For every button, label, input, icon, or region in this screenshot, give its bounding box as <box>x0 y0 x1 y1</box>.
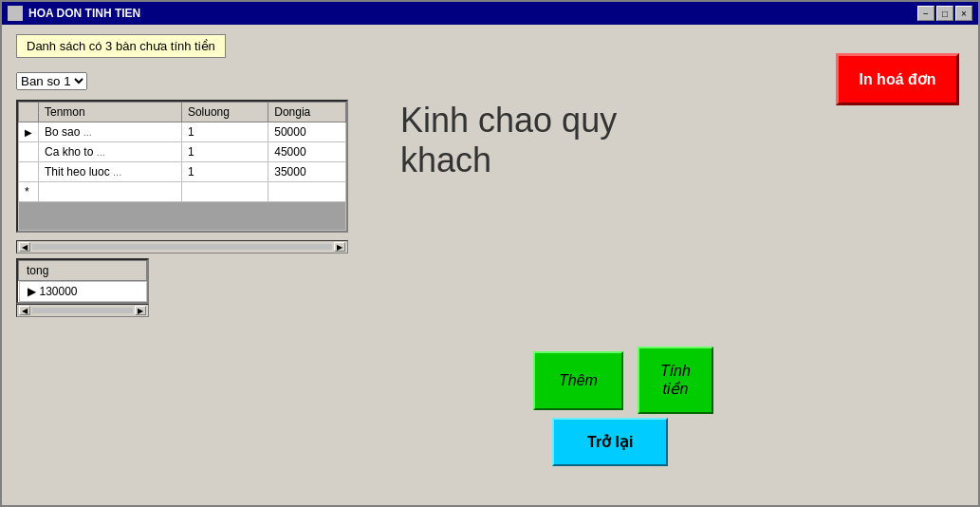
title-bar-buttons: − □ × <box>917 6 972 21</box>
total-row-cell: ▶ 130000 <box>19 281 147 302</box>
total-section: tong ▶ 130000 ◀ ▶ <box>16 258 149 317</box>
scroll-left-btn[interactable]: ◀ <box>19 242 30 252</box>
tinh-tien-button[interactable]: Tínhtiền <box>638 347 713 414</box>
row-indicator: ▶ <box>19 122 39 142</box>
total-row[interactable]: ▶ 130000 <box>19 281 147 303</box>
total-table: tong ▶ 130000 <box>18 260 147 302</box>
col-indicator <box>19 103 39 122</box>
cell-empty <box>39 182 182 202</box>
cell-dongia: 35000 <box>268 162 346 182</box>
col-dongia: Dongia <box>268 103 346 122</box>
them-button[interactable]: Thêm <box>533 351 623 410</box>
close-button[interactable]: × <box>955 6 972 21</box>
in-hoa-don-button[interactable]: In hoá đơn <box>836 53 959 105</box>
greeting-text: Kinh chao quykhach <box>400 101 617 180</box>
cell-soluong: 1 <box>181 142 268 162</box>
cell-dongia: 45000 <box>268 142 346 162</box>
cell-empty <box>268 182 346 202</box>
total-scroll-left[interactable]: ◀ <box>19 306 30 315</box>
maximize-button[interactable]: □ <box>936 6 953 21</box>
ban-so-dropdown[interactable]: Ban so 1 Ban so 2 Ban so 3 <box>16 72 87 90</box>
table-row[interactable]: Thit heo luoc ... 1 35000 <box>19 162 346 182</box>
main-table-container: Tenmon Soluong Dongia ▶ Bo sao ... 1 500… <box>16 100 348 233</box>
row-indicator <box>19 162 39 182</box>
content-area: Danh sách có 3 bàn chưa tính tiền Ban so… <box>2 25 978 507</box>
table-gray-row <box>19 202 346 231</box>
table-row[interactable]: ▶ Bo sao ... 1 50000 <box>19 122 346 142</box>
title-bar: HOA DON TINH TIEN − □ × <box>2 2 978 25</box>
cell-tenmon: Ca kho to ... <box>39 142 182 162</box>
total-scrollbar[interactable]: ◀ ▶ <box>16 304 149 317</box>
row-new-indicator: * <box>19 182 39 202</box>
row-indicator <box>19 142 39 162</box>
tro-lai-button[interactable]: Trở lại <box>552 418 668 466</box>
cell-tenmon: Bo sao ... <box>39 122 182 142</box>
app-icon <box>8 6 23 21</box>
cell-tenmon: Thit heo luoc ... <box>39 162 182 182</box>
total-value: 130000 <box>40 285 78 298</box>
cell-empty <box>181 182 268 202</box>
total-table-container: tong ▶ 130000 <box>16 258 149 304</box>
action-buttons-area: Thêm Tínhtiền <box>533 347 713 414</box>
col-soluong: Soluong <box>181 103 268 122</box>
scroll-track[interactable] <box>32 244 332 250</box>
cell-soluong: 1 <box>181 122 268 142</box>
total-scroll-right[interactable]: ▶ <box>135 306 146 315</box>
scroll-right-btn[interactable]: ▶ <box>334 242 345 252</box>
col-tenmon: Tenmon <box>39 103 182 122</box>
cell-dongia: 50000 <box>268 122 346 142</box>
cell-soluong: 1 <box>181 162 268 182</box>
total-col-header: tong <box>19 261 147 281</box>
title-bar-left: HOA DON TINH TIEN <box>8 6 140 21</box>
data-table: Tenmon Soluong Dongia ▶ Bo sao ... 1 500… <box>18 102 346 231</box>
main-table-scrollbar[interactable]: ◀ ▶ <box>16 240 348 254</box>
dropdown-row: Ban so 1 Ban so 2 Ban so 3 <box>16 72 964 90</box>
total-row-indicator: ▶ <box>28 285 36 298</box>
table-row[interactable]: Ca kho to ... 1 45000 <box>19 142 346 162</box>
main-window: HOA DON TINH TIEN − □ × Danh sách có 3 b… <box>0 0 980 507</box>
table-row-asterisk[interactable]: * <box>19 182 346 202</box>
status-label: Danh sách có 3 bàn chưa tính tiền <box>16 34 226 58</box>
minimize-button[interactable]: − <box>917 6 934 21</box>
window-title: HOA DON TINH TIEN <box>28 7 140 20</box>
total-scroll-track[interactable] <box>32 308 133 313</box>
